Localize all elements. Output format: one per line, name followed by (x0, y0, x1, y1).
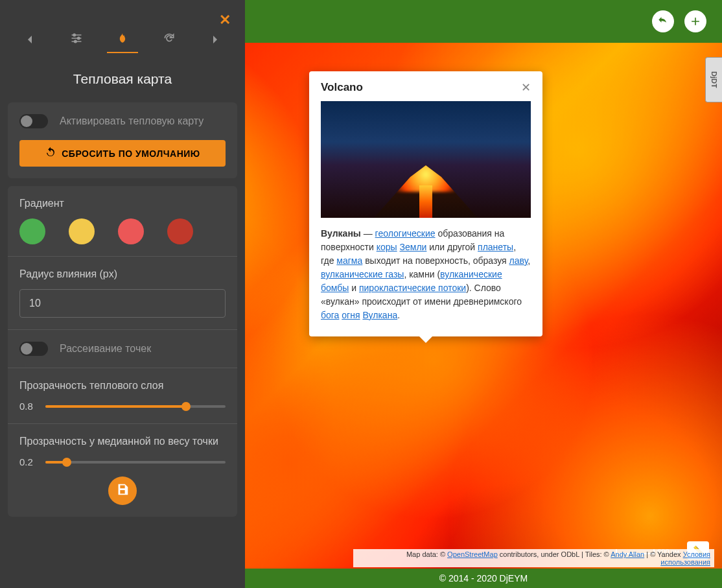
activate-card: Активировать тепловую карту СБРОСИТЬ ПО … (8, 102, 237, 178)
undo-button[interactable] (652, 10, 674, 32)
close-icon[interactable]: ✕ (219, 12, 231, 29)
svg-point-0 (73, 34, 75, 36)
tab-refresh[interactable] (154, 27, 185, 53)
link-earth[interactable]: Земли (400, 242, 427, 252)
next-tab-button[interactable] (200, 27, 231, 53)
map-balloon: Volcano ✕ Вулканы — геологические образо… (309, 71, 542, 336)
svg-point-2 (74, 40, 76, 42)
link-planet[interactable]: планеты (478, 242, 513, 252)
activate-label: Активировать тепловую карту (60, 115, 204, 127)
link-fire[interactable]: огня (342, 310, 360, 320)
save-button[interactable] (108, 476, 137, 505)
sidebar-title: Тепловая карта (8, 71, 237, 87)
opacity-label: Прозрачность теплового слоя (19, 380, 226, 392)
link-lava[interactable]: лаву (509, 255, 528, 266)
balloon-close-icon[interactable]: ✕ (521, 80, 531, 95)
tab-settings[interactable] (61, 27, 92, 53)
swatch-2[interactable] (69, 218, 95, 244)
dissipate-toggle[interactable] (19, 342, 48, 356)
link-andy[interactable]: Andy Allan (611, 550, 644, 558)
link-vulcan[interactable]: Вулкана (362, 310, 397, 320)
median-label: Прозрачность у медианной по весу точки (19, 436, 226, 447)
link-geological[interactable]: геологические (375, 228, 436, 239)
link-god[interactable]: бога (321, 310, 339, 320)
tab-heatmap[interactable] (107, 27, 138, 53)
opacity-value: 0.8 (19, 401, 38, 412)
debug-toolbar-tab[interactable]: DjDT (705, 57, 722, 102)
settings-sidebar: ✕ Тепловая карта Активировать тепловую к… (0, 0, 245, 588)
link-gases[interactable]: вулканические газы (321, 269, 404, 279)
dissipate-label: Рассеивание точек (60, 343, 151, 355)
add-button[interactable] (684, 10, 706, 32)
svg-point-1 (77, 37, 79, 39)
swatch-4[interactable] (167, 218, 193, 244)
reset-button[interactable]: СБРОСИТЬ ПО УМОЛЧАНИЮ (19, 140, 226, 167)
fire-icon (116, 32, 129, 47)
sliders-icon (70, 32, 83, 47)
opacity-slider[interactable] (45, 405, 226, 408)
gradient-swatches (19, 218, 226, 244)
link-crust[interactable]: коры (377, 242, 397, 252)
gradient-label: Градиент (19, 198, 226, 209)
balloon-title: Volcano (321, 81, 363, 94)
footer: © 2014 - 2020 DjEYM (245, 569, 722, 588)
median-value: 0.2 (19, 456, 38, 467)
swatch-3[interactable] (118, 218, 144, 244)
map-attribution: Map data: © OpenStreetMap contributors, … (353, 549, 714, 567)
balloon-image (321, 101, 531, 218)
radius-label: Радиус влияния (px) (19, 268, 226, 280)
balloon-body: Вулканы — геологические образования на п… (309, 218, 542, 336)
median-slider[interactable] (45, 461, 226, 464)
save-icon (115, 482, 130, 499)
swatch-1[interactable] (19, 218, 45, 244)
prev-tab-button[interactable] (14, 27, 45, 53)
refresh-icon (163, 32, 176, 47)
radius-input[interactable] (19, 289, 226, 318)
reset-icon (45, 147, 56, 160)
link-magma[interactable]: магма (336, 255, 362, 266)
sidebar-tabs (8, 8, 237, 60)
link-pyroclastic[interactable]: пирокластические потоки (359, 283, 466, 293)
link-osm[interactable]: OpenStreetMap (447, 550, 498, 558)
activate-toggle[interactable] (19, 114, 48, 128)
gradient-card: Градиент Радиус влияния (px) Рассеивание… (8, 186, 237, 517)
